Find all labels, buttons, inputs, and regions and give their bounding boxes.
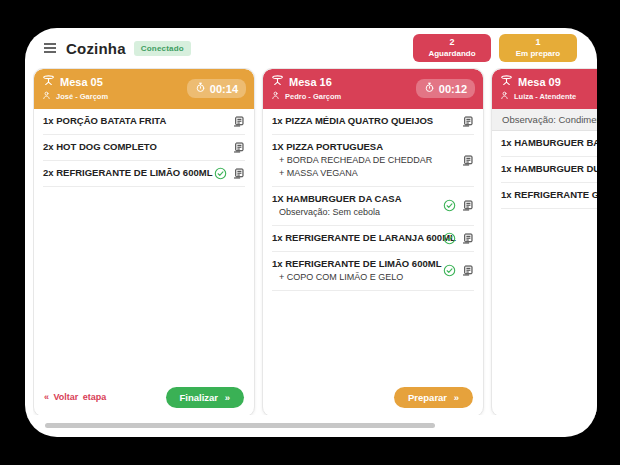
order-item[interactable]: 1x HAMBURGUER BACON: [501, 131, 597, 157]
stopwatch-icon: [424, 82, 435, 95]
menu-hamburger-icon[interactable]: [42, 40, 58, 56]
order-item-icons: [232, 115, 245, 128]
stopwatch-icon: [195, 82, 206, 95]
order-item-name: 1x PIZZA MÉDIA QUATRO QUEIJOS: [272, 115, 457, 128]
back-step-link[interactable]: « Voltar etapa: [44, 392, 106, 402]
print-item-icon[interactable]: [461, 232, 474, 245]
order-card: Mesa 09 Luiza - Atendente Observação: Co…: [491, 68, 597, 415]
top-bar: Cozinha Conectado 2 Aguardando 1 Em prep…: [25, 28, 597, 68]
order-observation: Observação: Condimentos: [492, 109, 597, 131]
order-item-text: 1X PIZZA PORTUGUESA + BORDA RECHEADA DE …: [272, 141, 457, 180]
order-item-text: 1x HAMBURGUER DUPLO: [501, 163, 597, 176]
order-items-list: 1x PORÇÃO BATATA FRITA 2x HOT DOG COMPLE…: [34, 109, 254, 187]
order-item-text: 2x HOT DOG COMPLETO: [43, 141, 228, 154]
item-done-check-icon[interactable]: [214, 167, 227, 180]
order-item-name: 2x REFRIGERANTE DE LIMÃO 600ML: [43, 167, 210, 180]
order-card-header: Mesa 05 José - Garçom 00:14: [34, 69, 254, 109]
order-item[interactable]: 1x REFRIGERANTE DE LARANJA 600ML: [272, 226, 474, 252]
advance-step-button[interactable]: Preparar »: [394, 387, 473, 408]
order-card-footer: Preparar »: [502, 386, 597, 408]
order-item-icons: [214, 167, 245, 180]
order-item[interactable]: 2x HOT DOG COMPLETO: [43, 135, 245, 161]
print-item-icon[interactable]: [461, 154, 474, 167]
waiter-icon: [42, 91, 51, 102]
waiter-icon: [500, 91, 509, 102]
print-item-icon[interactable]: [232, 167, 245, 180]
order-item-text: 1X HAMBURGUER DA CASA Observação: Sem ce…: [272, 193, 439, 219]
order-card-header: Mesa 16 Pedro - Garçom 00:12: [263, 69, 483, 109]
print-item-icon[interactable]: [461, 115, 474, 128]
order-item-name: 1x HAMBURGUER DUPLO: [501, 163, 597, 176]
order-timer: 00:14: [187, 79, 246, 98]
order-timer: 00:12: [416, 79, 475, 98]
table-name: Mesa 05: [60, 76, 103, 88]
table-icon: [42, 74, 55, 89]
counter-aguardando[interactable]: 2 Aguardando: [413, 34, 491, 61]
order-item-subline: + COPO COM LIMÃO E GELO: [272, 271, 439, 284]
order-card-footer: « Voltar etapa Finalizar »: [44, 386, 244, 408]
advance-step-button[interactable]: Finalizar »: [166, 387, 244, 408]
item-done-check-icon[interactable]: [443, 199, 456, 212]
order-item[interactable]: 1x REFRIGERANTE DE LIMÃO 600ML + COPO CO…: [272, 252, 474, 291]
table-name: Mesa 09: [518, 76, 561, 88]
order-item-icons: [443, 199, 474, 212]
table-icon: [500, 74, 513, 89]
status-counters: 2 Aguardando 1 Em preparo: [413, 34, 577, 61]
order-item-icons: [232, 141, 245, 154]
order-item-icons: [461, 154, 474, 167]
counter-label: Em preparo: [509, 49, 567, 59]
order-item-text: 2x REFRIGERANTE DE LIMÃO 600ML: [43, 167, 210, 180]
order-item[interactable]: 1x REFRIGERANTE GUARANÁ: [501, 183, 597, 209]
print-item-icon[interactable]: [232, 115, 245, 128]
order-item[interactable]: 2x REFRIGERANTE DE LIMÃO 600ML: [43, 161, 245, 187]
order-items-list: 1x PIZZA MÉDIA QUATRO QUEIJOS 1X PIZZA P…: [263, 109, 483, 291]
counter-count: 1: [509, 37, 567, 48]
counter-count: 2: [423, 37, 481, 48]
order-item-text: 1x REFRIGERANTE DE LARANJA 600ML: [272, 232, 439, 245]
timer-value: 00:12: [439, 83, 467, 95]
order-item-icons: [461, 115, 474, 128]
counter-label: Aguardando: [423, 49, 481, 59]
order-item[interactable]: 1x PORÇÃO BATATA FRITA: [43, 109, 245, 135]
order-item-text: 1x PORÇÃO BATATA FRITA: [43, 115, 228, 128]
order-item-text: 1x PIZZA MÉDIA QUATRO QUEIJOS: [272, 115, 457, 128]
waiter-icon: [271, 91, 280, 102]
counter-em-preparo[interactable]: 1 Em preparo: [499, 34, 577, 61]
order-item-text: 1x REFRIGERANTE GUARANÁ: [501, 189, 597, 202]
order-item-subline: + MASSA VEGANA: [272, 167, 457, 180]
order-item-name: 1X HAMBURGUER DA CASA: [272, 193, 439, 206]
horizontal-scrollbar[interactable]: [45, 423, 435, 428]
order-item-subline: Observação: Sem cebola: [272, 206, 439, 219]
order-item-text: 1x HAMBURGUER BACON: [501, 137, 597, 150]
order-item-subline: + BORDA RECHEADA DE CHEDDAR: [272, 154, 457, 167]
order-item-name: 1x REFRIGERANTE GUARANÁ: [501, 189, 597, 202]
order-item[interactable]: 1x PIZZA MÉDIA QUATRO QUEIJOS: [272, 109, 474, 135]
order-card: Mesa 05 José - Garçom 00:14 1x PORÇÃO BA…: [33, 68, 255, 415]
order-item[interactable]: 1X PIZZA PORTUGUESA + BORDA RECHEADA DE …: [272, 135, 474, 187]
order-cards-row: Mesa 05 José - Garçom 00:14 1x PORÇÃO BA…: [33, 68, 597, 415]
order-card-footer: Preparar »: [273, 386, 473, 408]
table-name: Mesa 16: [289, 76, 332, 88]
timer-value: 00:14: [210, 83, 238, 95]
print-item-icon[interactable]: [461, 199, 474, 212]
order-item-name: 2x HOT DOG COMPLETO: [43, 141, 228, 154]
print-item-icon[interactable]: [232, 141, 245, 154]
item-done-check-icon[interactable]: [443, 232, 456, 245]
order-item-icons: [443, 232, 474, 245]
order-item[interactable]: 1X HAMBURGUER DA CASA Observação: Sem ce…: [272, 187, 474, 226]
order-item-name: 1x PORÇÃO BATATA FRITA: [43, 115, 228, 128]
kitchen-display-panel: Cozinha Conectado 2 Aguardando 1 Em prep…: [25, 28, 597, 437]
order-card: Mesa 16 Pedro - Garçom 00:12 1x PIZZA MÉ…: [262, 68, 484, 415]
order-item-icons: [443, 264, 474, 277]
waiter-name: José - Garçom: [56, 92, 108, 101]
order-item-name: 1x REFRIGERANTE DE LIMÃO 600ML: [272, 258, 439, 271]
table-icon: [271, 74, 284, 89]
order-item[interactable]: 1x HAMBURGUER DUPLO: [501, 157, 597, 183]
order-items-list: 1x HAMBURGUER BACON 1x HAMBURGUER DUPLO …: [492, 131, 597, 209]
page-title: Cozinha: [66, 40, 126, 57]
item-done-check-icon[interactable]: [443, 264, 456, 277]
connection-status-badge: Conectado: [134, 41, 191, 56]
print-item-icon[interactable]: [461, 264, 474, 277]
order-item-name: 1X PIZZA PORTUGUESA: [272, 141, 457, 154]
waiter-name: Luiza - Atendente: [514, 92, 576, 101]
